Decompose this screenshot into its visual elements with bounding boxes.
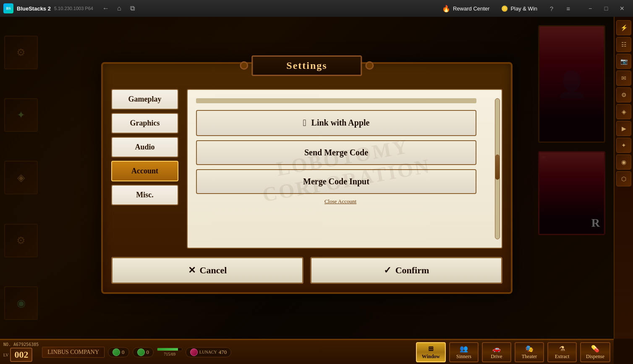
rose-icon xyxy=(190,348,198,356)
modal-overlay: Settings Gameplay Graphics Audio Account… xyxy=(0,17,614,339)
app-version: 5.10.230.1003 P64 xyxy=(54,6,93,11)
player-id: NO. A679256385 xyxy=(3,342,39,347)
health-bar xyxy=(157,348,182,351)
tab-graphics[interactable]: Graphics xyxy=(111,113,178,134)
settings-right-panel: LOBOTOMY CORPORATION  Link with Apple xyxy=(187,89,502,249)
sidebar-btn-9[interactable]: ◉ xyxy=(616,155,631,170)
help-button[interactable]: ? xyxy=(546,3,557,14)
lunacy-resource: LUNACY 470 xyxy=(186,347,231,357)
multi-instance-button[interactable]: ⧉ xyxy=(127,3,139,14)
sidebar-btn-3[interactable]: 📷 xyxy=(616,54,631,69)
app-name: BlueStacks 2 xyxy=(17,5,51,12)
maximize-button[interactable]: □ xyxy=(599,3,614,14)
extract-icon: ⚗ xyxy=(559,345,565,353)
lunacy-label: LUNACY xyxy=(199,350,217,354)
play-win-button[interactable]: 🪙 Play & Win xyxy=(498,4,541,13)
confirm-icon: ✓ xyxy=(384,265,391,276)
sidebar-btn-10[interactable]: ⬡ xyxy=(616,171,631,186)
reward-center-label: Reward Center xyxy=(453,5,489,12)
health-bars: 715/69 xyxy=(157,348,182,356)
resource-2: 0 xyxy=(133,347,154,357)
confirm-label: Confirm xyxy=(395,265,429,276)
tab-misc[interactable]: Misc. xyxy=(111,185,178,205)
health-value: 715/69 xyxy=(157,352,182,356)
drive-label: Drive xyxy=(491,354,502,360)
resource-icon-2 xyxy=(137,348,145,356)
home-button[interactable]: ⌂ xyxy=(113,3,125,14)
player-level: 002 xyxy=(10,348,32,362)
health-bar-fill xyxy=(157,348,178,351)
lunacy-value: 470 xyxy=(219,349,227,356)
bluestacks-logo: BS xyxy=(3,3,13,13)
confirm-button[interactable]: ✓ Confirm xyxy=(310,257,502,284)
merge-input-label: Merge Code Input xyxy=(303,177,369,186)
settings-title: Settings xyxy=(251,55,362,76)
link-apple-button[interactable]:  Link with Apple xyxy=(196,110,476,136)
sidebar-btn-2[interactable]: ☷ xyxy=(616,37,631,52)
resource-2-value: 0 xyxy=(146,349,149,356)
sidebar-btn-6[interactable]: ◈ xyxy=(616,104,631,119)
cancel-button[interactable]: ✕ Cancel xyxy=(111,257,303,284)
settings-title-area: Settings xyxy=(240,55,374,76)
back-button[interactable]: ← xyxy=(100,3,112,14)
titlebar-nav: ← ⌂ ⧉ xyxy=(100,3,139,14)
bottom-bar: NO. A679256385 LV 002 LINBUS COMPANY 0 0… xyxy=(0,339,614,364)
tab-gameplay[interactable]: Gameplay xyxy=(111,89,178,110)
drive-icon: 🚗 xyxy=(492,345,501,353)
sidebar-btn-1[interactable]: ⚡ xyxy=(616,20,631,35)
settings-scrollbar[interactable] xyxy=(495,98,500,239)
scrollbar-thumb xyxy=(495,155,500,180)
game-area: ⚙ ✦ ◈ ⚙ ◉ 👤 on R Settings xyxy=(0,17,614,339)
fire-icon: 🔥 xyxy=(442,5,450,13)
level-prefix: LV xyxy=(3,353,8,357)
deco-circle-left xyxy=(240,61,248,70)
sidebar-btn-8[interactable]: ✦ xyxy=(616,138,631,153)
menu-window-button[interactable]: ⊞ Window xyxy=(416,342,446,362)
menu-button[interactable]: ≡ xyxy=(562,3,574,14)
send-merge-label: Send Merge Code xyxy=(304,148,368,157)
menu-dispense-button[interactable]: 💊 Dispense xyxy=(580,342,610,362)
minimize-button[interactable]: − xyxy=(583,3,598,14)
dispense-icon: 💊 xyxy=(591,345,599,353)
reward-center-button[interactable]: 🔥 Reward Center xyxy=(439,3,493,14)
send-merge-code-button[interactable]: Send Merge Code xyxy=(196,140,476,165)
tab-audio[interactable]: Audio xyxy=(111,137,178,157)
resource-1: 0 xyxy=(108,347,129,357)
player-name: LINBUS COMPANY xyxy=(42,347,105,358)
theater-icon: 🎭 xyxy=(525,345,534,353)
player-info: NO. A679256385 LV 002 LINBUS COMPANY 0 0… xyxy=(3,342,231,362)
window-label: Window xyxy=(422,354,440,360)
cancel-label: Cancel xyxy=(200,265,227,276)
menu-theater-button[interactable]: 🎭 Theater xyxy=(515,342,544,362)
merge-code-input-button[interactable]: Merge Code Input xyxy=(196,169,476,194)
window-icon: ⊞ xyxy=(428,345,434,353)
dispense-label: Dispense xyxy=(586,354,604,360)
titlebar: BS BlueStacks 2 5.10.230.1003 P64 ← ⌂ ⧉ … xyxy=(0,0,633,17)
settings-actions: ✕ Cancel ✓ Confirm xyxy=(111,257,502,284)
sidebar-btn-7[interactable]: ▶ xyxy=(616,121,631,136)
right-sidebar: ⚡ ☷ 📷 ✉ ⚙ ◈ ▶ ✦ ◉ ⬡ xyxy=(614,17,633,339)
extract-label: Extract xyxy=(555,354,570,360)
link-apple-label: Link with Apple xyxy=(311,118,370,128)
sinners-icon: 👥 xyxy=(460,345,468,353)
settings-panel: Settings Gameplay Graphics Audio Account… xyxy=(101,62,513,294)
settings-content: Gameplay Graphics Audio Account Misc. LO… xyxy=(111,89,502,249)
apple-icon:  xyxy=(303,118,306,128)
close-account-link[interactable]: Close Account xyxy=(196,198,485,205)
play-win-label: Play & Win xyxy=(510,5,537,12)
menu-sinners-button[interactable]: 👥 Sinners xyxy=(449,342,479,362)
sidebar-btn-4[interactable]: ✉ xyxy=(616,71,631,86)
resource-icon-1 xyxy=(112,348,120,356)
resource-1-value: 0 xyxy=(122,349,125,356)
coin-icon: 🪙 xyxy=(501,5,508,12)
titlebar-right: 🔥 Reward Center 🪙 Play & Win ? ≡ − □ ✕ xyxy=(439,3,630,14)
tab-account[interactable]: Account xyxy=(111,161,178,181)
sinners-label: Sinners xyxy=(456,354,471,360)
window-controls: − □ ✕ xyxy=(583,3,630,14)
account-progress-bar xyxy=(196,98,476,103)
theater-label: Theater xyxy=(522,354,537,360)
close-button[interactable]: ✕ xyxy=(615,3,630,14)
menu-extract-button[interactable]: ⚗ Extract xyxy=(547,342,577,362)
sidebar-btn-5[interactable]: ⚙ xyxy=(616,87,631,102)
menu-drive-button[interactable]: 🚗 Drive xyxy=(482,342,511,362)
